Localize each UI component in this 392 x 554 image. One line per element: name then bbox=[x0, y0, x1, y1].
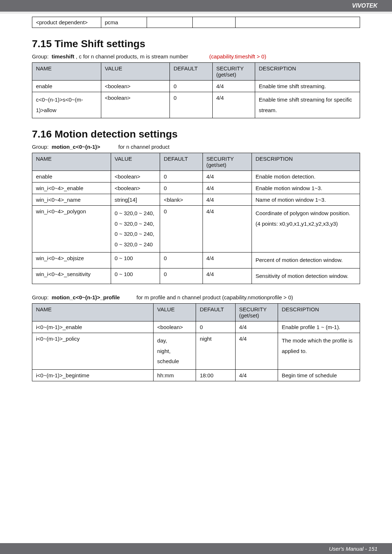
table-716a: NAME VALUE DEFAULT SECURITY (get/set) DE… bbox=[32, 153, 360, 284]
cell-name: enable bbox=[32, 171, 111, 182]
brand-text: VIVOTEK bbox=[352, 3, 377, 9]
col-security: SECURITY (get/set) bbox=[212, 63, 255, 81]
table-row: i<0~(m-1)>_policy day, night, schedule n… bbox=[32, 333, 360, 370]
cell-name: win_i<0~4>_sensitivity bbox=[32, 268, 111, 284]
header-rule bbox=[0, 12, 392, 14]
group-prefix: Group: bbox=[32, 294, 49, 300]
cell-security: 4/4 bbox=[203, 182, 252, 194]
col-name: NAME bbox=[32, 153, 111, 171]
cell-default: 0 bbox=[160, 206, 203, 253]
cell-name: win_i<0~4>_name bbox=[32, 194, 111, 206]
cell-default: 0 bbox=[160, 253, 203, 268]
cell-desc: Name of motion window 1~3. bbox=[252, 194, 360, 206]
cell-value: <boolean> bbox=[101, 81, 170, 92]
group-line-715: Group: timeshift , c for n channel produ… bbox=[32, 53, 360, 59]
cell-security: 4/4 bbox=[203, 171, 252, 182]
security-sub: (get/set) bbox=[207, 162, 248, 168]
cell-default: 0 bbox=[170, 81, 212, 92]
section-title-715: 7.15 Time Shift settings bbox=[32, 38, 360, 50]
col-value: VALUE bbox=[101, 63, 170, 81]
cell-default: <blank> bbox=[160, 194, 203, 206]
cell-name: win_i<0~4>_polygon bbox=[32, 206, 111, 253]
cell-desc: Enable motion window 1~3. bbox=[252, 182, 360, 194]
cell-default: 0 bbox=[160, 171, 203, 182]
cell-value: string[14] bbox=[111, 194, 160, 206]
table-header-row: NAME VALUE DEFAULT SECURITY (get/set) DE… bbox=[32, 63, 360, 81]
security-label: SECURITY bbox=[207, 156, 248, 162]
cell bbox=[235, 17, 360, 28]
table-row: win_i<0~4>_enable <boolean> 0 4/4 Enable… bbox=[32, 182, 360, 194]
table-row: win_i<0~4>_name string[14] <blank> 4/4 N… bbox=[32, 194, 360, 206]
content: <product dependent> pcma 7.15 Time Shift… bbox=[0, 17, 392, 381]
cell-value: 0 ~ 320,0 ~ 240, 0 ~ 320,0 ~ 240, 0 ~ 32… bbox=[111, 206, 160, 253]
group-line-716a: Group: motion_c<0~(n-1)> for n channel p… bbox=[32, 144, 360, 150]
col-default: DEFAULT bbox=[196, 304, 235, 321]
security-sub: (get/set) bbox=[239, 312, 274, 319]
cell-security: 4/4 bbox=[235, 369, 278, 381]
group-note: , c for n channel products, m is stream … bbox=[76, 53, 188, 59]
table-row: <product dependent> pcma bbox=[32, 17, 360, 28]
table-row: win_i<0~4>_sensitivity 0 ~ 100 0 4/4 Sen… bbox=[32, 268, 360, 284]
footer-text: User's Manual - 151 bbox=[329, 546, 377, 552]
cell-security: 4/4 bbox=[203, 268, 252, 284]
security-label: SECURITY bbox=[216, 65, 251, 71]
cell-name: c<0~(n-1)>s<0~(m-1)>allow bbox=[32, 92, 101, 118]
table-715: NAME VALUE DEFAULT SECURITY (get/set) DE… bbox=[32, 62, 360, 118]
cell-security: 4/4 bbox=[203, 206, 252, 253]
cell-desc: Enable motion detection. bbox=[252, 171, 360, 182]
security-label: SECURITY bbox=[239, 306, 274, 312]
cell-desc: Enable time shift streaming for specific… bbox=[255, 92, 360, 118]
col-description: DESCRIPTION bbox=[278, 304, 360, 321]
cell-default: 0 bbox=[160, 268, 203, 284]
page: VIVOTEK <product dependent> pcma 7.15 Ti… bbox=[0, 0, 392, 554]
col-name: NAME bbox=[32, 63, 101, 81]
cell-value: hh:mm bbox=[154, 369, 196, 381]
col-name: NAME bbox=[32, 304, 154, 321]
cell bbox=[147, 17, 193, 28]
cell-name: i<0~(m-1)>_policy bbox=[32, 333, 154, 370]
cell: <product dependent> bbox=[32, 17, 101, 28]
cell-name: win_i<0~4>_enable bbox=[32, 182, 111, 194]
cell-desc: Sensitivity of motion detection window. bbox=[252, 268, 360, 284]
col-security: SECURITY (get/set) bbox=[203, 153, 252, 171]
table-row: win_i<0~4>_polygon 0 ~ 320,0 ~ 240, 0 ~ … bbox=[32, 206, 360, 253]
cell-name: i<0~(m-1)>_begintime bbox=[32, 369, 154, 381]
section-title-716: 7.16 Motion detection settings bbox=[32, 128, 360, 140]
group-line-716b: Group: motion_c<0~(n-1)>_profile for m p… bbox=[32, 294, 360, 300]
col-value: VALUE bbox=[154, 304, 196, 321]
cell-value: <boolean> bbox=[111, 182, 160, 194]
table-row: enable <boolean> 0 4/4 Enable motion det… bbox=[32, 171, 360, 182]
cell-name: enable bbox=[32, 81, 101, 92]
cell-desc: The mode which the profile is applied to… bbox=[278, 333, 360, 370]
group-prefix: Group: bbox=[32, 144, 49, 150]
footer-band: User's Manual - 151 bbox=[0, 543, 392, 554]
cell-value: day, night, schedule bbox=[154, 333, 196, 370]
capability-note: (capability.timeshift > 0) bbox=[209, 53, 266, 59]
cell-value: <boolean> bbox=[101, 92, 170, 118]
cell-desc: Percent of motion detection window. bbox=[252, 253, 360, 268]
cell-desc: Coordinate of polygon window position. (… bbox=[252, 206, 360, 253]
cell-default: 0 bbox=[196, 321, 235, 333]
cell-default: 18:00 bbox=[196, 369, 235, 381]
group-note: for n channel product bbox=[118, 144, 170, 150]
cell-name: i<0~(m-1)>_enable bbox=[32, 321, 154, 333]
col-description: DESCRIPTION bbox=[255, 63, 360, 81]
group-name: timeshift bbox=[52, 53, 74, 59]
cell-security: 4/4 bbox=[235, 321, 278, 333]
table-716b: NAME VALUE DEFAULT SECURITY (get/set) DE… bbox=[32, 303, 360, 381]
top-fragment-table: <product dependent> pcma bbox=[32, 17, 360, 28]
cell-default: 0 bbox=[160, 182, 203, 194]
col-security: SECURITY (get/set) bbox=[235, 304, 278, 321]
group-name: motion_c<0~(n-1)>_profile bbox=[52, 294, 120, 300]
cell-value: 0 ~ 100 bbox=[111, 253, 160, 268]
table-row: win_i<0~4>_objsize 0 ~ 100 0 4/4 Percent… bbox=[32, 253, 360, 268]
col-value: VALUE bbox=[111, 153, 160, 171]
cell-name: win_i<0~4>_objsize bbox=[32, 253, 111, 268]
col-default: DEFAULT bbox=[170, 63, 212, 81]
cell bbox=[193, 17, 235, 28]
group-name: motion_c<0~(n-1)> bbox=[52, 144, 100, 150]
cell-security: 4/4 bbox=[235, 333, 278, 370]
table-header-row: NAME VALUE DEFAULT SECURITY (get/set) DE… bbox=[32, 304, 360, 321]
cell-desc: Enable profile 1 ~ (m-1). bbox=[278, 321, 360, 333]
header-band: VIVOTEK bbox=[0, 0, 392, 12]
